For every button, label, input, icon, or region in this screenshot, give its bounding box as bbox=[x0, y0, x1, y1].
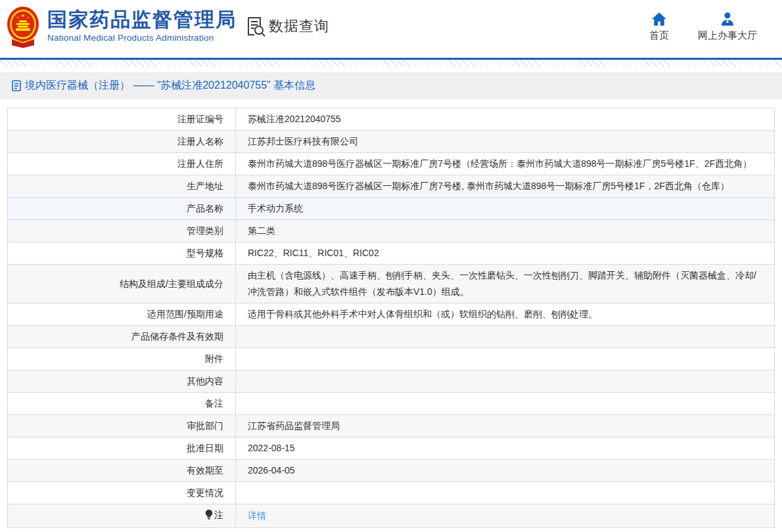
row-value-text: 手术动力系统 bbox=[248, 203, 303, 213]
table-row: 管理类别第二类 bbox=[8, 220, 775, 242]
row-value-text: 第二类 bbox=[248, 225, 275, 236]
row-value bbox=[236, 326, 775, 348]
row-value-text: 泰州市药城大道898号医疗器械区一期标准厂房7号楼, 泰州市药城大道898号一期… bbox=[248, 181, 729, 191]
data-query-section[interactable]: 数据查询 bbox=[246, 16, 329, 37]
table-row: 产品名称手术动力系统 bbox=[8, 198, 775, 220]
breadcrumb-text: 境内医疗器械（注册） —— “苏械注准20212040755” 基本信息 bbox=[25, 79, 315, 93]
national-emblem-logo[interactable] bbox=[7, 6, 39, 48]
row-label-text: 注册人名称 bbox=[177, 136, 223, 146]
nav-item-home[interactable]: 首页 bbox=[649, 12, 669, 42]
row-value-text: 泰州市药城大道898号医疗器械区一期标准厂房7号楼（经营场所：泰州市药城大道89… bbox=[248, 158, 752, 169]
row-label: 注册人名称 bbox=[8, 131, 236, 153]
row-label-text: 有效期至 bbox=[187, 465, 223, 476]
row-label-text: 备注 bbox=[205, 398, 223, 409]
row-label-text: 结构及组成/主要组成成分 bbox=[120, 278, 223, 289]
data-query-icon bbox=[246, 16, 265, 37]
row-label: 适用范围/预期用途 bbox=[8, 303, 236, 326]
registration-info-table-wrap: 注册证编号苏械注准20212040755注册人名称江苏邦士医疗科技有限公司注册人… bbox=[7, 108, 775, 528]
row-label: 有效期至 bbox=[8, 460, 236, 482]
row-label-text: 变更情况 bbox=[187, 487, 223, 498]
row-label-text: 产品储存条件及有效期 bbox=[131, 331, 223, 342]
row-value-text: 由主机（含电源线）、高速手柄、刨削手柄、夹头、一次性磨钻头、一次性刨削刀、脚踏开… bbox=[248, 270, 756, 297]
document-icon bbox=[12, 80, 21, 91]
nav-item-service-hall-label: 网上办事大厅 bbox=[698, 30, 757, 42]
table-row: 有效期至2026-04-05 bbox=[8, 460, 775, 482]
row-label-text: 生产地址 bbox=[187, 181, 223, 191]
row-label: 注册证编号 bbox=[8, 108, 236, 131]
table-row: 变更情况 bbox=[8, 482, 775, 504]
row-label: 产品名称 bbox=[8, 198, 236, 220]
row-value: 适用于骨科或其他外科手术中对人体骨组织和（或）软组织的钻削、磨削、刨削处理。 bbox=[236, 303, 775, 326]
row-value-text: 适用于骨科或其他外科手术中对人体骨组织和（或）软组织的钻削、磨削、刨削处理。 bbox=[248, 309, 597, 319]
row-label-text: 注 bbox=[214, 510, 223, 520]
row-value bbox=[236, 370, 775, 393]
breadcrumb-bar: 境内医疗器械（注册） —— “苏械注准20212040755” 基本信息 bbox=[0, 72, 782, 99]
row-label: 其他内容 bbox=[8, 370, 236, 393]
table-row: 审批部门江苏省药品监督管理局 bbox=[8, 415, 775, 437]
row-label: 产品储存条件及有效期 bbox=[8, 326, 236, 348]
row-label: 注 bbox=[8, 504, 236, 528]
row-value: 第二类 bbox=[236, 220, 775, 242]
row-label-text: 注册人住所 bbox=[177, 158, 223, 169]
row-value: 由主机（含电源线）、高速手柄、刨削手柄、夹头、一次性磨钻头、一次性刨削刀、脚踏开… bbox=[236, 265, 775, 303]
row-label-text: 型号规格 bbox=[187, 248, 223, 258]
row-value-text: 苏械注准20212040755 bbox=[248, 114, 341, 124]
row-value-text: 江苏省药品监督管理局 bbox=[248, 420, 340, 431]
table-row: 备注 bbox=[8, 393, 775, 415]
nav-item-service-hall[interactable]: 网上办事大厅 bbox=[698, 12, 757, 42]
row-label-text: 管理类别 bbox=[187, 225, 223, 236]
row-label-text: 其他内容 bbox=[187, 376, 223, 386]
table-row: 结构及组成/主要组成成分由主机（含电源线）、高速手柄、刨削手柄、夹头、一次性磨钻… bbox=[8, 265, 775, 303]
table-row: 其他内容 bbox=[8, 370, 775, 393]
row-label-text: 产品名称 bbox=[187, 203, 223, 213]
table-row: 注册证编号苏械注准20212040755 bbox=[8, 108, 775, 131]
row-label: 备注 bbox=[8, 393, 236, 415]
row-label: 结构及组成/主要组成成分 bbox=[8, 265, 236, 303]
row-label-text: 审批部门 bbox=[187, 420, 223, 431]
site-title: 国家药品监督管理局 bbox=[47, 8, 237, 32]
row-label-text: 附件 bbox=[205, 353, 223, 364]
row-value bbox=[236, 482, 775, 504]
row-value: 泰州市药城大道898号医疗器械区一期标准厂房7号楼, 泰州市药城大道898号一期… bbox=[236, 175, 775, 198]
row-value-text: 2022-08-15 bbox=[248, 443, 295, 453]
row-value: 江苏省药品监督管理局 bbox=[236, 415, 775, 437]
table-row: 型号规格RIC22、RIC11、RIC01、RIC02 bbox=[8, 242, 775, 265]
row-value: 苏械注准20212040755 bbox=[236, 108, 775, 131]
table-row: 注册人名称江苏邦士医疗科技有限公司 bbox=[8, 131, 775, 153]
row-label-text: 批准日期 bbox=[187, 443, 223, 453]
row-value: 2026-04-05 bbox=[236, 460, 775, 482]
row-label-text: 注册证编号 bbox=[177, 114, 223, 124]
table-row: 生产地址泰州市药城大道898号医疗器械区一期标准厂房7号楼, 泰州市药城大道89… bbox=[8, 175, 775, 198]
row-value-text: 2026-04-05 bbox=[248, 465, 295, 476]
nav-item-home-label: 首页 bbox=[649, 30, 669, 42]
row-label: 变更情况 bbox=[8, 482, 236, 504]
row-value: 详情 bbox=[236, 504, 775, 528]
table-row: 适用范围/预期用途适用于骨科或其他外科手术中对人体骨组织和（或）软组织的钻削、磨… bbox=[8, 303, 775, 326]
row-label: 型号规格 bbox=[8, 242, 236, 265]
table-row: 产品储存条件及有效期 bbox=[8, 326, 775, 348]
table-row: 注册人住所泰州市药城大道898号医疗器械区一期标准厂房7号楼（经营场所：泰州市药… bbox=[8, 153, 775, 175]
table-row: 注详情 bbox=[8, 504, 775, 528]
row-value: 2022-08-15 bbox=[236, 437, 775, 460]
row-value: 江苏邦士医疗科技有限公司 bbox=[236, 131, 775, 153]
user-icon bbox=[720, 12, 735, 26]
row-value bbox=[236, 348, 775, 370]
info-table: 注册证编号苏械注准20212040755注册人名称江苏邦士医疗科技有限公司注册人… bbox=[7, 108, 775, 528]
site-subtitle: National Medical Products Administration bbox=[47, 33, 237, 43]
bulb-icon bbox=[205, 508, 213, 525]
row-label: 生产地址 bbox=[8, 175, 236, 198]
site-title-block: 国家药品监督管理局 National Medical Products Admi… bbox=[47, 8, 237, 43]
top-nav: 首页 网上办事大厅 bbox=[649, 12, 757, 42]
row-value: 泰州市药城大道898号医疗器械区一期标准厂房7号楼（经营场所：泰州市药城大道89… bbox=[236, 153, 775, 175]
row-value-text: 江苏邦士医疗科技有限公司 bbox=[248, 136, 358, 146]
hatched-divider bbox=[0, 60, 782, 67]
row-value: 手术动力系统 bbox=[236, 198, 775, 220]
table-row: 批准日期2022-08-15 bbox=[8, 437, 775, 460]
table-row: 附件 bbox=[8, 348, 775, 370]
info-table-body: 注册证编号苏械注准20212040755注册人名称江苏邦士医疗科技有限公司注册人… bbox=[8, 108, 775, 528]
row-label: 审批部门 bbox=[8, 415, 236, 437]
home-icon bbox=[652, 12, 666, 26]
row-label: 注册人住所 bbox=[8, 153, 236, 175]
row-label: 批准日期 bbox=[8, 437, 236, 460]
detail-link[interactable]: 详情 bbox=[248, 510, 266, 521]
